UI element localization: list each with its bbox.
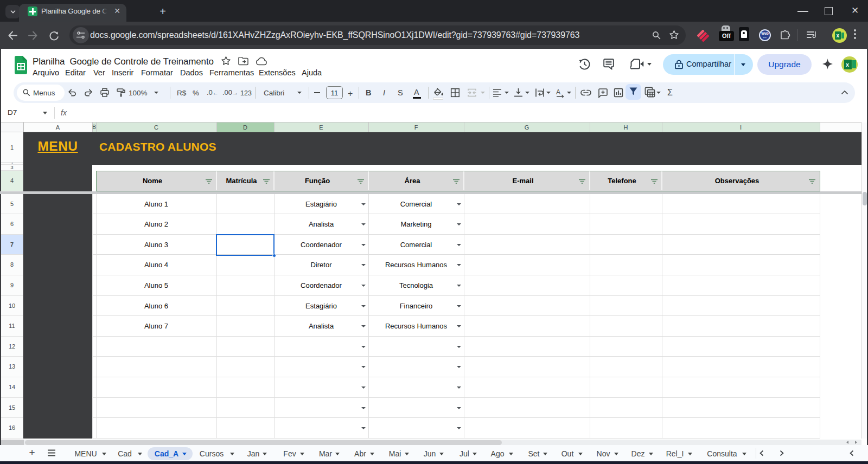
svg-text:A: A [556,88,560,96]
